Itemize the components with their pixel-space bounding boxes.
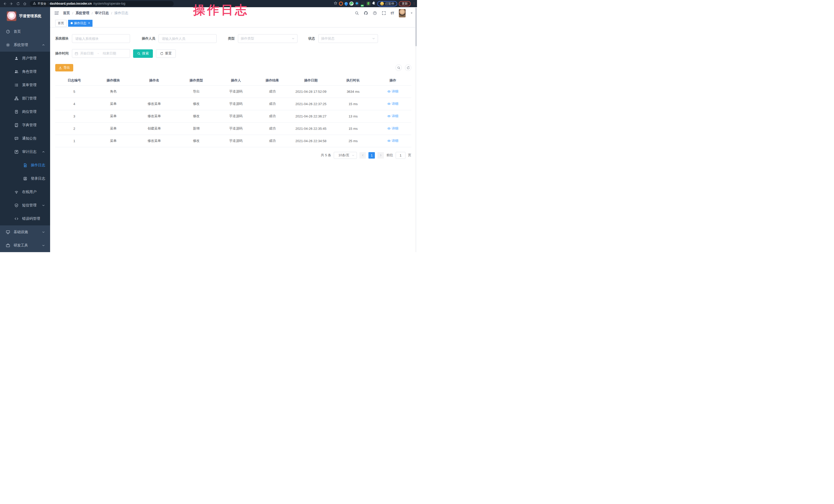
users-icon xyxy=(15,70,19,74)
detail-link[interactable]: 详细 xyxy=(387,126,398,131)
sidebar-item-label: 在线用户 xyxy=(22,190,37,194)
chrome-update-button[interactable]: 更新 xyxy=(399,1,411,6)
bookmark-star-icon[interactable] xyxy=(334,1,337,6)
extension-icon-gem[interactable] xyxy=(355,2,359,6)
sidebar-item-operate-log[interactable]: 操作日志 xyxy=(0,158,50,172)
start-date-placeholder: 开始日期 xyxy=(80,51,93,56)
toggle-search-button[interactable] xyxy=(395,65,402,71)
cell-log-id: 1 xyxy=(55,135,93,147)
app-logo-row[interactable]: 芋道管理系统 xyxy=(0,7,50,25)
chevron-down-icon xyxy=(352,154,355,157)
breadcrumb-item[interactable]: 首页 xyxy=(63,11,70,16)
breadcrumb-item[interactable]: 审计日志 xyxy=(95,11,109,16)
extension-icon-pin[interactable] xyxy=(344,1,348,6)
sidebar-item-menu-mgmt[interactable]: 菜单管理 xyxy=(0,79,50,92)
operator-input[interactable] xyxy=(158,34,217,43)
extension-icon-orange[interactable] xyxy=(339,2,343,6)
eye-icon xyxy=(387,114,391,118)
status-label: 状态 xyxy=(308,36,315,41)
browser-forward-icon[interactable] xyxy=(9,1,14,6)
github-icon[interactable] xyxy=(364,11,368,16)
end-date-placeholder: 结束日期 xyxy=(103,51,116,56)
operate-log-doc-icon xyxy=(23,163,27,167)
sidebar-item-user-mgmt[interactable]: 用户管理 xyxy=(0,52,50,65)
sidebar-item-dict-mgmt[interactable]: 字典管理 xyxy=(0,118,50,132)
sidebar-item-dev-tools[interactable]: 研发工具 xyxy=(0,239,50,252)
type-select[interactable]: 操作类型 xyxy=(238,34,298,43)
sidebar-item-system-mgmt[interactable]: 系统管理 xyxy=(0,38,50,52)
table-header-row: 日志编号 操作模块 操作名 操作类型 操作人 操作结果 操作日期 执行时长 操作 xyxy=(55,75,411,85)
browser-reload-icon[interactable] xyxy=(16,1,21,6)
sidebar-item-dept-mgmt[interactable]: 部门管理 xyxy=(0,92,50,105)
url-host[interactable]: dashboard.yudao.iocoder.cn xyxy=(50,2,92,5)
browser-home-icon[interactable] xyxy=(22,1,27,6)
sidebar-collapse-icon[interactable] xyxy=(54,11,59,16)
online-signal-icon xyxy=(15,190,19,194)
tab-home[interactable]: 首页 xyxy=(55,20,67,27)
date-range-picker[interactable]: 开始日期 - 结束日期 xyxy=(72,49,130,58)
sidebar-item-online-users[interactable]: 在线用户 xyxy=(0,185,50,199)
page-scrollbar[interactable] xyxy=(415,7,417,252)
table-row: 5 角色 导出 芋道源码 成功 2021-04-28 17:52:09 3634… xyxy=(55,85,411,98)
search-button[interactable]: 搜索 xyxy=(133,49,153,58)
sidebar-item-login-log[interactable]: 登录日志 xyxy=(0,172,50,185)
extension-icon-green-check[interactable] xyxy=(349,2,354,6)
page-size-select[interactable]: 10条/页 xyxy=(334,152,357,159)
module-input[interactable] xyxy=(72,34,130,43)
breadcrumb-item[interactable]: 系统管理 xyxy=(75,11,89,16)
extension-icon-switch[interactable]: on xyxy=(361,2,365,6)
paused-extension-pill[interactable]: 已暂停 xyxy=(377,1,397,6)
active-tab-dot xyxy=(71,22,73,24)
tab-operate-log[interactable]: 操作日志 × xyxy=(68,20,92,27)
detail-link[interactable]: 详细 xyxy=(387,114,398,118)
sidebar-item-role-mgmt[interactable]: 角色管理 xyxy=(0,65,50,79)
user-avatar[interactable] xyxy=(399,9,406,18)
sidebar-item-label: 菜单管理 xyxy=(22,83,37,87)
table-row: 3 菜单 修改菜单 修改 芋道源码 成功 2021-04-26 22:36:27… xyxy=(55,110,411,122)
caret-down-icon[interactable] xyxy=(410,12,413,15)
search-icon[interactable] xyxy=(355,11,359,16)
fullscreen-icon[interactable] xyxy=(382,11,386,16)
font-size-icon[interactable]: tT xyxy=(391,11,394,15)
extension-icon-leaf[interactable] xyxy=(366,2,371,6)
scrollbar-thumb[interactable] xyxy=(415,8,417,46)
chevron-up-icon xyxy=(42,150,45,153)
export-button[interactable]: 导出 xyxy=(55,64,73,71)
address-bar[interactable]: 不安全 dashboard.yudao.iocoder.cn/system/lo… xyxy=(30,1,174,6)
goto-page-input[interactable] xyxy=(396,152,405,159)
sidebar-item-sms-mgmt[interactable]: 短信管理 xyxy=(0,199,50,212)
reset-button[interactable]: 重置 xyxy=(156,49,176,58)
detail-link[interactable]: 详细 xyxy=(387,138,398,143)
monitor-icon xyxy=(6,230,10,234)
goto-label: 前往 xyxy=(387,153,393,157)
cell-operator: 芋道源码 xyxy=(217,135,255,147)
next-page-button[interactable] xyxy=(377,152,384,158)
browser-back-icon[interactable] xyxy=(2,1,7,6)
sidebar-item-error-code[interactable]: 错误码管理 xyxy=(0,212,50,225)
breadcrumb: 首页 / 系统管理 / 审计日志 / 操作日志 xyxy=(63,11,128,16)
detail-link[interactable]: 详细 xyxy=(387,89,398,94)
extensions-puzzle-icon[interactable] xyxy=(372,1,376,6)
browser-menu-kebab-icon[interactable]: ⋮ xyxy=(412,3,415,5)
security-label[interactable]: 不安全 xyxy=(38,2,46,6)
main-panel: 首页 / 系统管理 / 审计日志 / 操作日志 tT xyxy=(50,7,417,252)
sidebar-item-notice[interactable]: 通知公告 xyxy=(0,132,50,145)
status-select[interactable]: 操作状态 xyxy=(319,34,378,43)
sidebar-item-post-mgmt[interactable]: 岗位管理 xyxy=(0,105,50,118)
tab-close-icon[interactable]: × xyxy=(88,21,90,25)
help-question-icon[interactable] xyxy=(373,11,377,16)
eye-icon xyxy=(387,90,391,93)
sidebar-item-infrastructure[interactable]: 基础设施 xyxy=(0,225,50,239)
emoji-face-icon xyxy=(380,2,384,5)
sidebar-item-audit-log[interactable]: 审计日志 xyxy=(0,145,50,158)
prev-page-button[interactable] xyxy=(359,152,366,158)
chat-bubble-icon xyxy=(15,136,19,140)
sidebar-item-home[interactable]: 首页 xyxy=(0,25,50,38)
refresh-table-button[interactable] xyxy=(405,65,411,71)
url-path[interactable]: /system/log/operate-log xyxy=(93,2,125,5)
current-page-button[interactable]: 1 xyxy=(369,152,375,158)
detail-link[interactable]: 详细 xyxy=(387,102,398,106)
column-header: 操作类型 xyxy=(175,75,217,85)
sidebar: 芋道管理系统 首页 系统管理 用户管理 xyxy=(0,7,50,252)
table-row: 4 菜单 修改菜单 修改 芋道源码 成功 2021-04-26 22:37:25… xyxy=(55,98,411,110)
